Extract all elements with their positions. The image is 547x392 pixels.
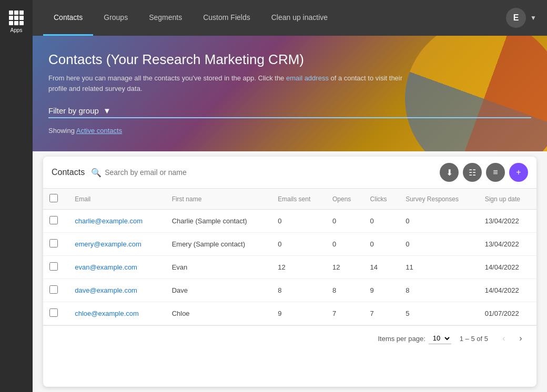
sort-icon: ≡ (493, 168, 498, 177)
user-avatar-button[interactable]: E (506, 8, 526, 28)
row-email: charlie@example.com (68, 210, 165, 233)
tab-groups[interactable]: Groups (93, 0, 138, 36)
table-row: dave@example.com Dave 8 8 9 8 14/04/2022 (43, 279, 536, 302)
row-opens: 0 (326, 233, 364, 256)
nav-right-controls: E ▼ (506, 8, 536, 28)
row-checkbox[interactable] (49, 285, 58, 294)
row-clicks: 14 (364, 256, 400, 279)
row-sign-up-date: 13/04/2022 (479, 233, 536, 256)
table-header-bar: Contacts 🔍 ⬇ ☷ ≡ + (43, 157, 536, 189)
row-emails-sent: 8 (271, 279, 326, 302)
email-link[interactable]: email address (286, 74, 329, 82)
row-checkbox-cell (43, 210, 68, 233)
row-opens: 8 (326, 279, 364, 302)
row-opens: 7 (326, 302, 364, 325)
row-first-name: Evan (166, 256, 272, 279)
row-email: dave@example.com (68, 279, 165, 302)
row-clicks: 9 (364, 279, 400, 302)
table-row: chloe@example.com Chloe 9 7 7 5 01/07/20… (43, 302, 536, 325)
hero-section: Contacts (Your Research Marketing CRM) F… (33, 36, 547, 151)
row-checkbox[interactable] (49, 262, 58, 271)
next-page-button[interactable]: › (513, 331, 528, 346)
download-button[interactable]: ⬇ (440, 163, 459, 182)
row-checkbox[interactable] (49, 308, 58, 317)
row-checkbox[interactable] (49, 239, 58, 247)
col-header-clicks: Clicks (364, 189, 400, 210)
tab-clean-up-inactive[interactable]: Clean up inactive (261, 0, 338, 36)
apps-grid-icon (9, 11, 24, 25)
nav-tabs: Contacts Groups Segments Custom Fields C… (43, 0, 506, 36)
dropdown-chevron-icon: ▼ (103, 106, 111, 115)
filter-area: Filter by group ▼ (48, 104, 531, 118)
prev-page-button[interactable]: ‹ (497, 331, 511, 346)
row-checkbox-cell (43, 233, 68, 256)
row-emails-sent: 0 (271, 210, 326, 233)
add-contact-button[interactable]: + (509, 163, 528, 182)
download-icon: ⬇ (446, 168, 453, 178)
search-icon: 🔍 (91, 168, 102, 178)
row-opens: 0 (326, 210, 364, 233)
tab-contacts[interactable]: Contacts (43, 0, 93, 36)
row-sign-up-date: 13/04/2022 (479, 210, 536, 233)
row-sign-up-date: 14/04/2022 (479, 279, 536, 302)
email-link[interactable]: emery@example.com (75, 240, 141, 248)
page-navigation: ‹ › (497, 331, 528, 346)
per-page-label: Items per page: (378, 335, 425, 343)
email-link[interactable]: dave@example.com (75, 286, 137, 294)
col-header-opens: Opens (326, 189, 364, 210)
sort-button[interactable]: ≡ (486, 163, 505, 182)
row-checkbox[interactable] (49, 216, 58, 224)
row-email: evan@example.com (68, 256, 165, 279)
email-link[interactable]: evan@example.com (75, 263, 137, 271)
row-sign-up-date: 01/07/2022 (479, 302, 536, 325)
sidebar-apps-label: Apps (11, 27, 23, 33)
add-icon: + (516, 168, 521, 177)
email-link[interactable]: chloe@example.com (75, 310, 139, 317)
email-link[interactable]: charlie@example.com (75, 217, 143, 225)
search-wrapper: 🔍 (91, 168, 433, 178)
tab-custom-fields[interactable]: Custom Fields (193, 0, 260, 36)
row-checkbox-cell (43, 256, 68, 279)
col-header-email: Email (68, 189, 165, 210)
col-header-sign-up-date: Sign up date (479, 189, 536, 210)
page-info: 1 – 5 of 5 (460, 335, 488, 343)
showing-text: Showing Active contacts (48, 127, 531, 135)
row-opens: 12 (326, 256, 364, 279)
sidebar-item-apps[interactable]: Apps (5, 5, 28, 38)
row-email: chloe@example.com (68, 302, 165, 325)
table-row: evan@example.com Evan 12 12 14 11 14/04/… (43, 256, 536, 279)
row-emails-sent: 12 (271, 256, 326, 279)
col-header-survey-responses: Survey Responses (399, 189, 478, 210)
row-survey-responses: 0 (399, 210, 478, 233)
row-first-name: Charlie (Sample contact) (166, 210, 272, 233)
page-description: From here you can manage all the contact… (48, 73, 417, 94)
tab-segments[interactable]: Segments (138, 0, 193, 36)
row-checkbox-cell (43, 279, 68, 302)
search-input[interactable] (105, 168, 433, 177)
row-email: emery@example.com (68, 233, 165, 256)
row-clicks: 7 (364, 302, 400, 325)
filter-by-group-dropdown[interactable]: Filter by group ▼ (48, 104, 531, 118)
avatar-chevron-icon[interactable]: ▼ (530, 14, 536, 22)
select-all-checkbox[interactable] (49, 194, 58, 202)
items-per-page-control: Items per page: 10 25 50 (378, 333, 451, 344)
main-content: Contacts Groups Segments Custom Fields C… (33, 0, 547, 392)
row-emails-sent: 0 (271, 233, 326, 256)
row-first-name: Dave (166, 279, 272, 302)
table-body: charlie@example.com Charlie (Sample cont… (43, 210, 536, 325)
row-first-name: Chloe (166, 302, 272, 325)
row-checkbox-cell (43, 302, 68, 325)
row-survey-responses: 5 (399, 302, 478, 325)
contacts-table-container: Contacts 🔍 ⬇ ☷ ≡ + (43, 157, 536, 387)
row-clicks: 0 (364, 210, 400, 233)
contacts-table: Email First name Emails sent Opens Click… (43, 189, 536, 325)
filter-button[interactable]: ☷ (463, 163, 482, 182)
table-row: charlie@example.com Charlie (Sample cont… (43, 210, 536, 233)
sidebar: Apps (0, 0, 33, 392)
per-page-select[interactable]: 10 25 50 (429, 333, 451, 344)
toolbar-icons: ⬇ ☷ ≡ + (440, 163, 528, 182)
page-title: Contacts (Your Research Marketing CRM) (48, 51, 531, 68)
active-contacts-link[interactable]: Active contacts (76, 127, 122, 135)
row-first-name: Emery (Sample contact) (166, 233, 272, 256)
table-section-title: Contacts (52, 168, 85, 177)
